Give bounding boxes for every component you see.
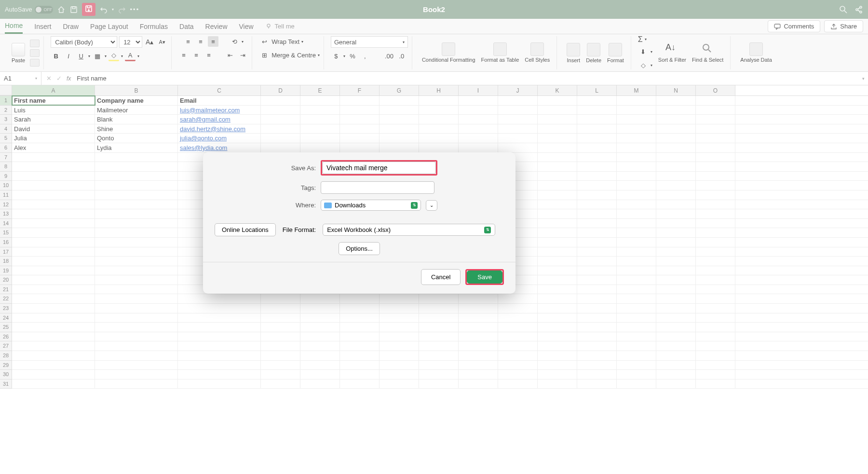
cell[interactable] [95,200,178,209]
find-select-button[interactable]: Find & Select [689,41,726,64]
align-right-icon[interactable]: ≡ [203,50,214,60]
align-left-icon[interactable]: ≡ [178,50,189,60]
cell[interactable] [419,304,459,313]
cell[interactable] [261,134,300,143]
cell[interactable] [538,124,577,134]
cell[interactable] [380,134,419,143]
cell[interactable] [419,351,459,360]
cell[interactable] [696,106,735,115]
cell[interactable] [12,200,95,209]
cell[interactable]: Alex [12,143,95,152]
format-cells-button[interactable]: Format [604,42,627,64]
cell[interactable] [656,275,696,284]
cell[interactable] [459,143,498,152]
cell[interactable] [696,209,735,218]
cell[interactable] [656,247,696,257]
expand-formula-bar-icon[interactable]: ▾ [858,76,868,81]
cell[interactable] [95,162,178,171]
row-header[interactable]: 30 [0,370,12,379]
row-header[interactable]: 5 [0,134,12,143]
format-as-table-button[interactable]: Format as Table [478,41,522,64]
cell[interactable] [340,304,380,313]
cell[interactable] [498,313,538,323]
cell[interactable] [300,124,340,134]
cell[interactable] [696,351,735,360]
cell[interactable] [617,379,656,389]
tab-insert[interactable]: Insert [34,20,51,33]
cell[interactable] [459,370,498,379]
cell[interactable] [178,294,261,303]
column-header[interactable]: N [656,85,696,95]
italic-button[interactable]: I [63,51,74,61]
tab-formulas[interactable]: Formulas [140,20,168,33]
cell[interactable] [577,332,617,341]
cell[interactable] [459,124,498,134]
number-format-select[interactable]: General ▾ [331,36,408,48]
cell[interactable] [617,285,656,294]
cell[interactable] [380,96,419,105]
cell[interactable] [656,304,696,313]
cell[interactable] [538,361,577,370]
cell[interactable] [380,361,419,370]
cell[interactable] [419,106,459,115]
cell[interactable] [577,341,617,351]
column-header[interactable]: B [95,85,178,95]
row-header[interactable]: 23 [0,304,12,313]
cell[interactable] [178,304,261,313]
cell[interactable] [12,172,95,181]
cell[interactable] [261,143,300,152]
share-button[interactable]: Share [824,20,863,32]
tab-data[interactable]: Data [179,20,194,33]
cell[interactable] [12,323,95,332]
cell[interactable] [538,370,577,379]
cell[interactable] [178,361,261,370]
tab-page-layout[interactable]: Page Layout [90,20,128,33]
cell[interactable] [538,219,577,228]
cell[interactable] [498,332,538,341]
tab-review[interactable]: Review [205,20,228,33]
cell[interactable] [498,134,538,143]
cell[interactable] [459,134,498,143]
cell[interactable] [95,153,178,162]
cell[interactable]: David [12,124,95,134]
cell[interactable] [12,294,95,303]
cell[interactable] [261,115,300,124]
column-header[interactable]: I [459,85,498,95]
column-header[interactable]: C [178,85,261,95]
cell[interactable] [419,143,459,152]
cell[interactable] [577,219,617,228]
cell[interactable] [498,323,538,332]
cell[interactable] [178,341,261,351]
cell[interactable]: Company name [95,96,178,105]
cell[interactable] [617,266,656,275]
cell[interactable] [261,341,300,351]
cell[interactable] [617,181,656,190]
cell[interactable] [538,275,577,284]
conditional-formatting-button[interactable]: Conditional Formatting [419,41,478,64]
cell[interactable] [419,370,459,379]
cell[interactable] [656,361,696,370]
cell[interactable] [656,341,696,351]
merge-centre-button[interactable]: ⊞Merge & Centre▾ [259,50,320,60]
enter-formula-icon[interactable]: ✓ [56,75,62,82]
cell[interactable] [538,294,577,303]
cell[interactable] [498,106,538,115]
cell[interactable] [656,266,696,275]
share-icon[interactable] [854,5,863,14]
cell[interactable] [617,304,656,313]
cell[interactable] [696,285,735,294]
cell[interactable] [340,361,380,370]
align-top-icon[interactable]: ≡ [183,36,193,47]
cell[interactable]: Julia [12,134,95,143]
cell[interactable]: Sarah [12,115,95,124]
cell[interactable] [340,143,380,152]
cell[interactable] [419,332,459,341]
align-middle-icon[interactable]: ≡ [195,36,206,47]
cell[interactable] [498,341,538,351]
cell[interactable] [617,219,656,228]
cell[interactable] [261,304,300,313]
decrease-font-icon[interactable]: A▾ [157,37,167,47]
cell[interactable] [656,181,696,190]
cell[interactable] [538,238,577,247]
cell[interactable] [538,379,577,389]
